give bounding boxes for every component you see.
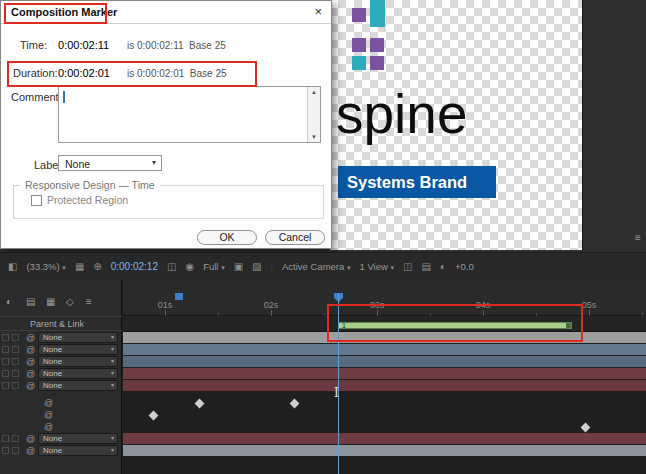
region-of-interest-icon[interactable]: ▣ [234,261,243,272]
layer-bar[interactable] [123,368,646,379]
pickwhip-icon[interactable]: @ [44,398,53,408]
resolution-dropdown[interactable]: Full ▾ [203,261,224,272]
annotation-title-box [4,3,107,24]
view-layout-dropdown[interactable]: 1 View ▾ [359,261,394,272]
keyframe-diamond[interactable] [581,423,591,433]
parent-dropdown[interactable]: None▾ [38,380,118,391]
comment-textarea[interactable]: ▲ ▼ [58,86,321,143]
exposure-icon[interactable]: ◐ [440,261,446,272]
parent-dropdown[interactable]: None▾ [38,368,118,379]
current-timecode[interactable]: 0:00:02:12 [111,261,158,272]
property-row: @ [0,421,122,433]
lock-toggle[interactable] [12,447,19,454]
hide-shy-icon[interactable]: ▦ [46,296,55,307]
transparency-checkerboard: spine Systems Brand [330,0,582,250]
parent-dropdown-value: None [43,333,62,342]
resolution-value: Full [203,261,218,272]
magnification-value: (33.3%) [26,261,59,272]
mask-target-icon[interactable]: ⊕ [93,261,101,272]
parent-dropdown[interactable]: None▾ [38,433,118,444]
pickwhip-icon[interactable]: @ [26,345,35,355]
parent-link-header[interactable]: Parent & Link [0,316,122,331]
lock-toggle[interactable] [12,358,19,365]
channels-icon[interactable]: ◉ [185,261,194,272]
keyframe-diamond[interactable] [195,399,205,409]
keyframe-diamond[interactable] [290,399,300,409]
lock-toggle[interactable] [12,334,19,341]
parent-dropdown-value: None [43,369,62,378]
visibility-toggle[interactable] [2,346,9,353]
pickwhip-icon[interactable]: @ [44,422,53,432]
scroll-up-icon[interactable]: ▲ [308,89,320,95]
label-dropdown-value: None [65,158,90,170]
protected-region-checkbox[interactable] [31,195,42,206]
textarea-scrollbar[interactable]: ▲ ▼ [307,87,320,142]
panel-menu-icon[interactable]: ≡ [635,232,641,243]
visibility-toggle[interactable] [2,334,9,341]
visibility-toggle[interactable] [2,447,9,454]
parent-dropdown[interactable]: None▾ [38,356,118,367]
fast-previews-icon[interactable]: ▤ [421,261,430,272]
lock-toggle[interactable] [12,370,19,377]
snapshot-icon[interactable]: ◫ [167,261,176,272]
ok-button[interactable]: OK [197,230,257,245]
chevron-down-icon: ▾ [111,333,114,342]
logo-square [352,8,366,22]
magnification-dropdown[interactable]: (33.3%) ▾ [26,261,65,272]
work-area-marker[interactable] [175,293,183,300]
layer-bar[interactable] [123,356,646,367]
chevron-down-icon: ▾ [111,357,114,366]
frame-blend-icon[interactable]: ◇ [66,296,74,307]
parent-dropdown[interactable]: None▾ [38,445,118,456]
visibility-toggle[interactable] [2,358,9,365]
lock-toggle[interactable] [12,346,19,353]
lock-toggle[interactable] [12,435,19,442]
layer-bar[interactable] [123,380,646,391]
pickwhip-icon[interactable]: @ [44,410,53,420]
transparency-grid-icon[interactable]: ▨ [252,261,261,272]
viewer-toolbar: ◧ (33.3%) ▾ ▦ ⊕ 0:00:02:12 ◫ ◉ Full ▾ ▣ … [0,252,646,280]
pickwhip-icon[interactable]: @ [26,333,35,343]
keyframe-diamond[interactable] [149,411,159,421]
layer-row: @ None▾ [0,433,122,445]
comp-mini-flow-icon[interactable]: ◐ [6,296,12,307]
visibility-toggle[interactable] [2,370,9,377]
layer-bar[interactable] [123,445,646,456]
time-info: is 0:00:02:11 Base 25 [127,40,226,51]
dialog-titlebar[interactable]: Composition Marker × [1,1,331,24]
layer-row: @ None▾ [0,356,122,368]
cancel-button[interactable]: Cancel [265,230,325,245]
chevron-down-icon: ▾ [111,369,114,378]
pickwhip-icon[interactable]: @ [26,381,35,391]
logo-wordmark: spine [336,82,467,146]
layer-row: @ None▾ [0,380,122,392]
visibility-toggle[interactable] [2,382,9,389]
time-value[interactable]: 0:00:02:11 [58,39,109,51]
grid-guides-icon[interactable]: ▦ [75,261,84,272]
scroll-down-icon[interactable]: ▼ [308,134,320,140]
draft3d-icon[interactable]: ▤ [26,296,35,307]
snap-icon[interactable]: ◧ [8,261,17,272]
pickwhip-icon[interactable]: @ [26,357,35,367]
pixel-aspect-icon[interactable]: ◫ [403,261,412,272]
chevron-down-icon: ▾ [152,158,156,167]
logo-pixel-squares [350,0,394,76]
timeline-left-panel: ◐ ▤ ▦ ◇ ≡ Parent & Link @ None▾ @ None▾ [0,280,122,474]
exposure-value[interactable]: +0.0 [455,261,474,272]
pickwhip-icon[interactable]: @ [26,369,35,379]
pickwhip-icon[interactable]: @ [26,434,35,444]
chevron-down-icon: ▾ [62,264,66,271]
close-icon[interactable]: × [314,4,322,19]
layer-bar[interactable] [123,433,646,444]
label-dropdown[interactable]: None ▾ [58,155,162,171]
logo-square [370,0,385,27]
parent-dropdown[interactable]: None▾ [38,332,118,343]
camera-dropdown[interactable]: Active Camera ▾ [282,261,350,272]
layer-bar[interactable] [123,344,646,355]
parent-dropdown[interactable]: None▾ [38,344,118,355]
visibility-toggle[interactable] [2,435,9,442]
pickwhip-icon[interactable]: @ [26,446,35,456]
annotation-duration-box [7,61,257,87]
lock-toggle[interactable] [12,382,19,389]
motion-blur-icon[interactable]: ≡ [86,296,92,307]
